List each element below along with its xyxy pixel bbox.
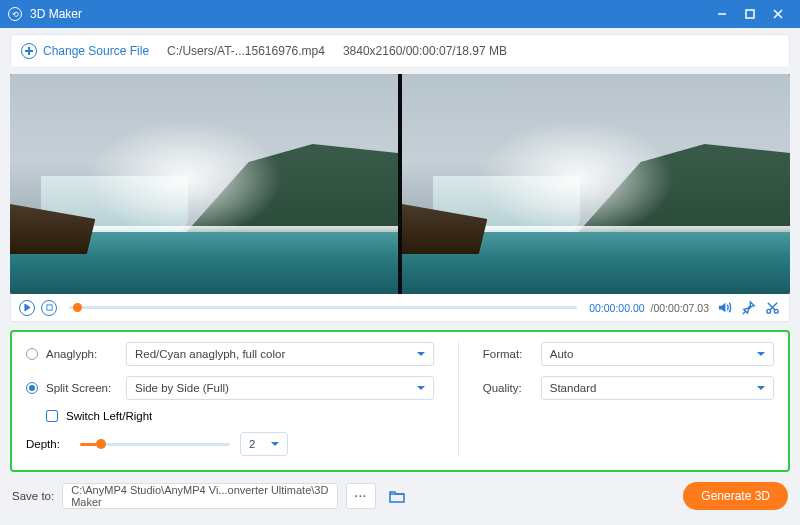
- preview-right: [402, 74, 790, 294]
- snip-icon[interactable]: [763, 299, 781, 317]
- browse-button[interactable]: ···: [346, 483, 376, 509]
- maximize-button[interactable]: [736, 0, 764, 28]
- playbar: 00:00:00.00/00:00:07.03: [10, 294, 790, 322]
- format-label: Format:: [483, 348, 533, 360]
- play-button[interactable]: [19, 300, 35, 316]
- source-filepath: C:/Users/AT-...15616976.mp4: [167, 44, 325, 58]
- change-source-label: Change Source File: [43, 44, 149, 58]
- anaglyph-select[interactable]: Red/Cyan anaglyph, full color: [126, 342, 434, 366]
- preview-left: [10, 74, 398, 294]
- minimize-button[interactable]: [708, 0, 736, 28]
- generate-3d-button[interactable]: Generate 3D: [683, 482, 788, 510]
- chevron-down-icon: [757, 386, 765, 390]
- seek-thumb[interactable]: [73, 303, 82, 312]
- change-source-button[interactable]: Change Source File: [21, 43, 149, 59]
- chevron-down-icon: [271, 442, 279, 446]
- anaglyph-radio[interactable]: [26, 348, 38, 360]
- split-screen-select[interactable]: Side by Side (Full): [126, 376, 434, 400]
- titlebar: ⟲ 3D Maker: [0, 0, 800, 28]
- video-preview: [10, 74, 790, 294]
- save-to-label: Save to:: [12, 490, 54, 502]
- depth-select[interactable]: 2: [240, 432, 288, 456]
- chevron-down-icon: [417, 386, 425, 390]
- top-toolbar: Change Source File C:/Users/AT-...156169…: [10, 34, 790, 68]
- chevron-down-icon: [417, 352, 425, 356]
- time-current: 00:00:00.00: [589, 302, 644, 314]
- split-screen-label: Split Screen:: [46, 382, 118, 394]
- save-path-field[interactable]: C:\AnyMP4 Studio\AnyMP4 Vi...onverter Ul…: [62, 483, 338, 509]
- svg-rect-0: [746, 10, 754, 18]
- svg-rect-1: [46, 305, 51, 310]
- depth-slider[interactable]: [80, 443, 230, 446]
- time-total: /00:00:07.03: [651, 302, 709, 314]
- app-icon: ⟲: [8, 7, 22, 21]
- quality-label: Quality:: [483, 382, 533, 394]
- depth-label: Depth:: [26, 438, 70, 450]
- stop-button[interactable]: [41, 300, 57, 316]
- seek-track[interactable]: [69, 306, 577, 309]
- split-screen-radio[interactable]: [26, 382, 38, 394]
- depth-slider-thumb[interactable]: [96, 439, 106, 449]
- app-title: 3D Maker: [30, 7, 82, 21]
- settings-panel: Anaglyph: Red/Cyan anaglyph, full color …: [10, 330, 790, 472]
- open-folder-button[interactable]: [384, 483, 410, 509]
- source-fileinfo: 3840x2160/00:00:07/18.97 MB: [343, 44, 507, 58]
- switch-lr-checkbox[interactable]: [46, 410, 58, 422]
- anaglyph-label: Anaglyph:: [46, 348, 118, 360]
- quality-select[interactable]: Standard: [541, 376, 774, 400]
- close-button[interactable]: [764, 0, 792, 28]
- pin-icon[interactable]: [739, 299, 757, 317]
- switch-lr-label: Switch Left/Right: [66, 410, 152, 422]
- volume-icon[interactable]: [715, 299, 733, 317]
- chevron-down-icon: [757, 352, 765, 356]
- plus-icon: [21, 43, 37, 59]
- footer: Save to: C:\AnyMP4 Studio\AnyMP4 Vi...on…: [10, 482, 790, 510]
- format-select[interactable]: Auto: [541, 342, 774, 366]
